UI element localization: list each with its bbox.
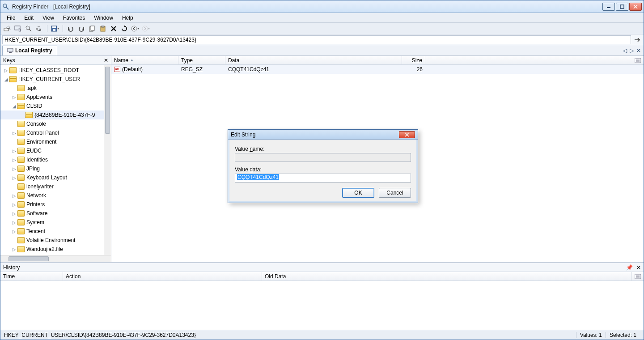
tree-item[interactable]: Console: [0, 119, 104, 128]
go-button[interactable]: [633, 35, 642, 44]
statusbar: HKEY_CURRENT_USER\CLSID\{842B89BE-910E-4…: [0, 330, 644, 340]
close-icon[interactable]: ✕: [636, 264, 641, 271]
forward-icon[interactable]: ▾: [142, 25, 150, 33]
address-input[interactable]: [2, 35, 631, 44]
expand-icon[interactable]: ▷: [11, 157, 17, 162]
undo-icon[interactable]: [67, 25, 75, 33]
tree-item-label: Volatile Environment: [26, 237, 75, 243]
menu-help[interactable]: Help: [119, 14, 137, 22]
paste-icon[interactable]: [99, 25, 107, 33]
tree-item-label: Control Panel: [26, 130, 59, 136]
column-old-data[interactable]: Old Data: [262, 272, 632, 280]
expand-icon[interactable]: ▷: [3, 68, 9, 73]
menu-file[interactable]: File: [3, 14, 19, 22]
expand-icon[interactable]: ▷: [11, 229, 17, 234]
close-button[interactable]: [629, 3, 642, 11]
tree-item[interactable]: ▷Tencent: [0, 227, 104, 236]
tree-item[interactable]: ▷Software: [0, 209, 104, 218]
pin-icon[interactable]: 📌: [626, 264, 633, 271]
tab-label: Local Registry: [15, 47, 52, 54]
save-icon[interactable]: ▾: [51, 25, 59, 33]
expand-icon[interactable]: ▷: [11, 220, 17, 225]
expand-icon[interactable]: ▷: [11, 193, 17, 198]
tree-item[interactable]: ▷Wandoujia2.file: [0, 245, 104, 254]
menu-favorites[interactable]: Favorites: [59, 14, 89, 22]
tree-item[interactable]: {842B89BE-910E-437F-9: [0, 110, 104, 119]
close-icon[interactable]: ✕: [104, 57, 108, 64]
tree-item[interactable]: ▷Network: [0, 191, 104, 200]
menu-edit[interactable]: Edit: [21, 14, 37, 22]
document-tabstrip: Local Registry ◁ ▷ ✕: [0, 45, 644, 56]
horizontal-scrollbar[interactable]: [0, 255, 111, 262]
column-options-icon[interactable]: [632, 272, 644, 280]
tree-item[interactable]: ▷Printers: [0, 200, 104, 209]
zoom-icon[interactable]: [25, 25, 33, 33]
tab-close-icon[interactable]: ✕: [636, 47, 641, 54]
tab-next-icon[interactable]: ▷: [630, 47, 634, 54]
dialog-close-button[interactable]: [399, 131, 415, 138]
tab-prev-icon[interactable]: ◁: [623, 47, 627, 54]
expand-icon[interactable]: ▷: [11, 211, 17, 216]
history-grid-body[interactable]: [0, 281, 644, 330]
computer-icon[interactable]: [14, 25, 22, 33]
tree-item[interactable]: lonelywriter: [0, 182, 104, 191]
tree-item[interactable]: ▷System: [0, 218, 104, 227]
tree-item[interactable]: ▷HKEY_CLASSES_ROOT: [0, 66, 104, 75]
folder-icon: [17, 130, 25, 136]
ok-button[interactable]: OK: [342, 188, 374, 198]
titlebar[interactable]: Registry Finder - [Local Registry]: [0, 0, 644, 13]
expand-icon[interactable]: ▷: [11, 247, 17, 252]
expand-icon[interactable]: ▷: [11, 149, 17, 153]
expand-icon[interactable]: ▷: [11, 131, 17, 136]
expand-icon[interactable]: ▷: [11, 175, 17, 180]
menu-window[interactable]: Window: [90, 14, 117, 22]
column-size[interactable]: Size: [402, 56, 425, 64]
value-name-input[interactable]: [235, 153, 411, 162]
tree-item[interactable]: Volatile Environment: [0, 236, 104, 245]
keys-pane-title: Keys ✕: [0, 56, 111, 65]
expand-icon[interactable]: ▷: [11, 95, 17, 100]
status-selected: Selected: 1: [606, 332, 640, 338]
menu-view[interactable]: View: [39, 14, 58, 22]
tree-item[interactable]: Environment: [0, 137, 104, 146]
separator: [47, 25, 47, 32]
replace-icon[interactable]: ba: [35, 25, 43, 33]
tree-item[interactable]: ▷Identities: [0, 155, 104, 164]
vertical-scrollbar[interactable]: [104, 65, 111, 255]
refresh-icon[interactable]: [120, 25, 128, 33]
registry-tree[interactable]: ▷HKEY_CLASSES_ROOT◢HKEY_CURRENT_USER.apk…: [0, 65, 104, 255]
expand-icon[interactable]: ▷: [11, 166, 17, 171]
tree-item[interactable]: .apk: [0, 84, 104, 93]
tree-item[interactable]: ◢CLSID: [0, 102, 104, 110]
table-row[interactable]: ab(Default) REG_SZ CQQT41CdQz41 26: [111, 65, 644, 74]
expand-icon[interactable]: ◢: [3, 77, 9, 82]
tree-item[interactable]: ▷AppEvents: [0, 93, 104, 102]
column-data[interactable]: Data: [225, 56, 402, 64]
tree-item-label: CLSID: [26, 103, 42, 109]
tree-item[interactable]: ◢HKEY_CURRENT_USER: [0, 75, 104, 84]
tree-item[interactable]: ▷JPing: [0, 164, 104, 173]
tree-item-label: Console: [26, 121, 46, 127]
expand-icon[interactable]: ◢: [11, 104, 17, 109]
expand-icon[interactable]: ▷: [11, 202, 17, 207]
dialog-titlebar[interactable]: Edit String: [228, 130, 418, 140]
tree-item[interactable]: ▷Control Panel: [0, 128, 104, 137]
tab-local-registry[interactable]: Local Registry: [2, 46, 57, 55]
tree-item-label: Network: [26, 192, 46, 199]
column-action[interactable]: Action: [63, 272, 262, 280]
column-options-icon[interactable]: [632, 56, 644, 64]
redo-icon[interactable]: [77, 25, 85, 33]
back-icon[interactable]: ▾: [131, 25, 139, 33]
maximize-button[interactable]: [616, 3, 628, 11]
find-icon[interactable]: [3, 25, 11, 33]
minimize-button[interactable]: [602, 3, 615, 11]
value-data-input[interactable]: CQQT41CdQz41: [235, 174, 411, 183]
column-name[interactable]: Name▲: [111, 56, 178, 64]
column-type[interactable]: Type: [178, 56, 225, 64]
column-time[interactable]: Time: [0, 272, 63, 280]
tree-item[interactable]: ▷Keyboard Layout: [0, 173, 104, 182]
tree-item[interactable]: ▷EUDC: [0, 146, 104, 155]
delete-icon[interactable]: [110, 25, 118, 33]
cancel-button[interactable]: Cancel: [379, 188, 411, 198]
copy-icon[interactable]: [88, 25, 96, 33]
